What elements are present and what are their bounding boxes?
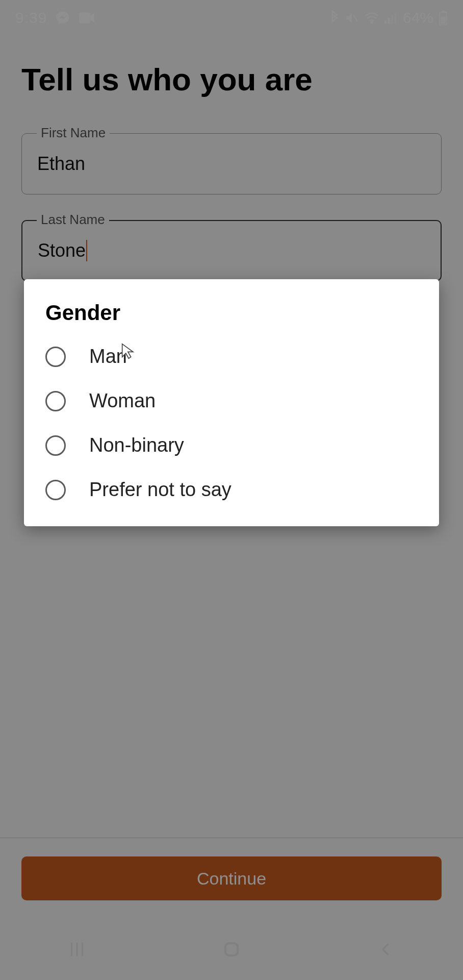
gender-option-label: Man [89,346,127,368]
gender-dialog-title: Gender [24,301,439,334]
gender-option-label: Prefer not to say [89,479,232,501]
gender-option-woman[interactable]: Woman [24,379,439,423]
gender-option-label: Woman [89,390,156,412]
gender-option-label: Non-binary [89,434,184,456]
radio-icon [45,480,66,500]
radio-icon [45,347,66,367]
gender-option-non-binary[interactable]: Non-binary [24,423,439,468]
gender-option-man[interactable]: Man [24,334,439,379]
gender-option-prefer-not[interactable]: Prefer not to say [24,468,439,512]
radio-icon [45,391,66,411]
radio-icon [45,435,66,456]
gender-dialog: Gender Man Woman Non-binary Prefer not t… [24,279,439,526]
